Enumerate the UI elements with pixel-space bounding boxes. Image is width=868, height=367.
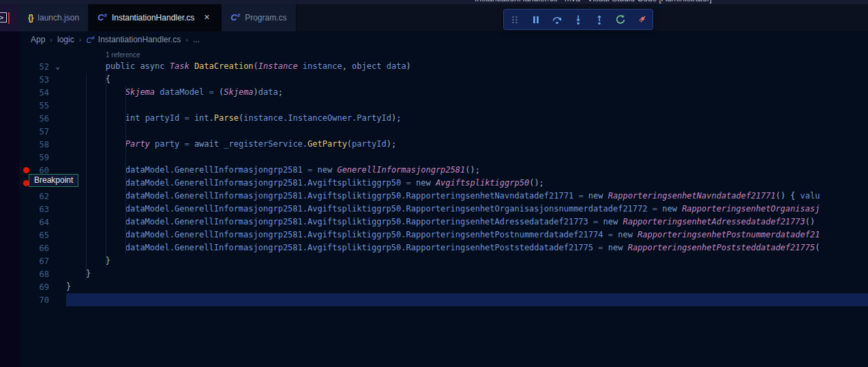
disconnect-icon [636, 14, 647, 25]
line-number: 55 [30, 101, 49, 111]
code-line[interactable]: 60 dataModel.GenerellInformasjongrp2581 … [19, 164, 868, 177]
code-line[interactable]: 67 } [19, 254, 868, 267]
gutter[interactable]: 63 [19, 203, 66, 216]
line-number: 66 [30, 244, 49, 253]
code-line[interactable]: 62 dataModel.GenerellInformasjongrp2581.… [19, 190, 868, 203]
code-line[interactable]: 61 dataModel.GenerellInformasjongrp2581.… [19, 177, 868, 190]
tab-label: Program.cs [245, 13, 286, 23]
code-line[interactable]: 70 [19, 293, 868, 306]
gutter[interactable]: 70 [19, 293, 66, 306]
step-into-icon [573, 14, 584, 25]
breadcrumb-item[interactable]: logic [57, 35, 74, 44]
step-into-button[interactable] [571, 12, 586, 27]
line-number: 65 [30, 231, 49, 240]
restart-button[interactable] [613, 12, 628, 27]
line-number: 54 [30, 88, 49, 98]
codelens-references[interactable]: 1 reference [66, 48, 140, 60]
window-title: InstantiationHandler.cs - mva - Visual S… [443, 0, 743, 3]
code-text[interactable]: } [66, 280, 868, 293]
gutter[interactable]: 58 [19, 138, 66, 151]
tab-program-cs[interactable]: C#Program.cs [222, 4, 296, 31]
breadcrumb-item[interactable]: C#InstantiationHandler.cs [86, 35, 181, 44]
code-text[interactable] [66, 99, 868, 112]
fold-chevron-icon[interactable]: ⌄ [49, 62, 66, 71]
code-line[interactable]: 57 [19, 125, 868, 138]
gutter[interactable]: 62 [19, 190, 66, 203]
breadcrumb-item[interactable]: App [31, 35, 45, 44]
step-over-button[interactable] [550, 12, 565, 27]
rail-accent-mark [8, 12, 10, 24]
code-text[interactable]: dataModel.GenerellInformasjongrp2581.Avg… [66, 229, 868, 241]
line-number: 62 [30, 192, 49, 201]
code-text[interactable]: dataModel.GenerellInformasjongrp2581.Avg… [66, 190, 868, 203]
line-number: 68 [30, 269, 49, 279]
gutter[interactable]: 56 [19, 112, 66, 125]
line-number: 70 [30, 295, 49, 305]
gutter[interactable]: 54 [19, 86, 66, 99]
code-text[interactable]: } [66, 254, 868, 267]
title-bar: InstantiationHandler.cs - mva - Visual S… [0, 0, 868, 4]
gutter[interactable]: 68 [19, 267, 66, 280]
gutter[interactable]: 53 [19, 73, 66, 86]
code-text[interactable]: dataModel.GenerellInformasjongrp2581 = n… [66, 164, 868, 177]
code-text[interactable]: dataModel.GenerellInformasjongrp2581.Avg… [66, 177, 868, 190]
code-line[interactable]: 68 } [19, 267, 868, 280]
breadcrumb-item[interactable]: ... [193, 35, 200, 44]
code-text[interactable] [66, 151, 868, 164]
pause-button[interactable] [528, 12, 543, 27]
disconnect-button[interactable] [634, 12, 649, 27]
code-line[interactable]: 63 dataModel.GenerellInformasjongrp2581.… [19, 203, 868, 216]
code-text[interactable]: Skjema dataModel = (Skjema)data; [66, 86, 868, 99]
tab-label: launch.json [38, 13, 79, 23]
code-line[interactable]: 59 [19, 151, 868, 164]
code-text[interactable]: public async Task DataCreation(Instance … [66, 60, 868, 73]
code-line[interactable]: 54 Skjema dataModel = (Skjema)data; [19, 86, 868, 99]
code-editor[interactable]: 1 reference 52⌄ public async Task DataCr… [19, 48, 868, 367]
line-number: 64 [30, 218, 49, 227]
code-line[interactable]: 55 [19, 99, 868, 112]
json-braces-icon: {} [28, 13, 33, 23]
tab-instantiationhandler-cs[interactable]: C#InstantiationHandler.cs× [89, 4, 222, 31]
breadcrumb-label: ... [193, 35, 200, 44]
close-icon[interactable]: × [201, 12, 212, 23]
gutter[interactable]: 65 [19, 229, 66, 241]
gutter[interactable]: 57 [19, 125, 66, 138]
pause-icon [530, 14, 541, 25]
line-number: 57 [30, 127, 49, 136]
current-line[interactable] [66, 293, 868, 306]
code-line[interactable]: 56 int partyId = int.Parse(instance.Inst… [19, 112, 868, 125]
code-line[interactable]: 53 { [19, 73, 868, 86]
code-text[interactable]: Party party = await _registerService.Get… [66, 138, 868, 151]
code-line[interactable]: 65 dataModel.GenerellInformasjongrp2581.… [19, 229, 868, 241]
code-line[interactable]: 58 Party party = await _registerService.… [19, 138, 868, 151]
editor-tab-bar: {}launch.jsonC#InstantiationHandler.cs×C… [19, 4, 868, 31]
code-text[interactable]: dataModel.GenerellInformasjongrp2581.Avg… [66, 203, 868, 216]
gutter[interactable]: 55 [19, 99, 66, 112]
code-line[interactable]: 64 dataModel.GenerellInformasjongrp2581.… [19, 216, 868, 229]
code-line[interactable]: 69} [19, 280, 868, 293]
code-text[interactable]: dataModel.GenerellInformasjongrp2581.Avg… [66, 216, 868, 229]
gutter[interactable]: 66 [19, 241, 66, 254]
code-text[interactable]: dataModel.GenerellInformasjongrp2581.Avg… [66, 241, 868, 254]
code-text[interactable]: } [66, 267, 868, 280]
indent-guide [86, 73, 87, 280]
gutter[interactable]: 67 [19, 254, 66, 267]
code-text[interactable] [66, 125, 868, 138]
restart-icon [615, 14, 626, 25]
gutter[interactable]: 64 [19, 216, 66, 229]
drag-handle[interactable] [507, 12, 522, 27]
code-text[interactable]: int partyId = int.Parse(instance.Instanc… [66, 112, 868, 125]
terminal-prompt-icon[interactable]: > [0, 12, 7, 23]
code-line[interactable]: 66 dataModel.GenerellInformasjongrp2581.… [19, 241, 868, 254]
code-text[interactable]: { [66, 73, 868, 86]
gutter[interactable]: 69 [19, 280, 66, 293]
breakpoint-dot[interactable] [23, 167, 29, 173]
code-line[interactable]: 52⌄ public async Task DataCreation(Insta… [19, 60, 868, 73]
line-number: 56 [30, 114, 49, 123]
step-out-button[interactable] [592, 12, 607, 27]
line-number: 59 [30, 153, 49, 162]
gutter[interactable]: 59 [19, 151, 66, 164]
breadcrumb-label: logic [57, 35, 74, 44]
gutter[interactable]: 52⌄ [19, 60, 66, 73]
tab-launch-json[interactable]: {}launch.json [19, 4, 89, 31]
